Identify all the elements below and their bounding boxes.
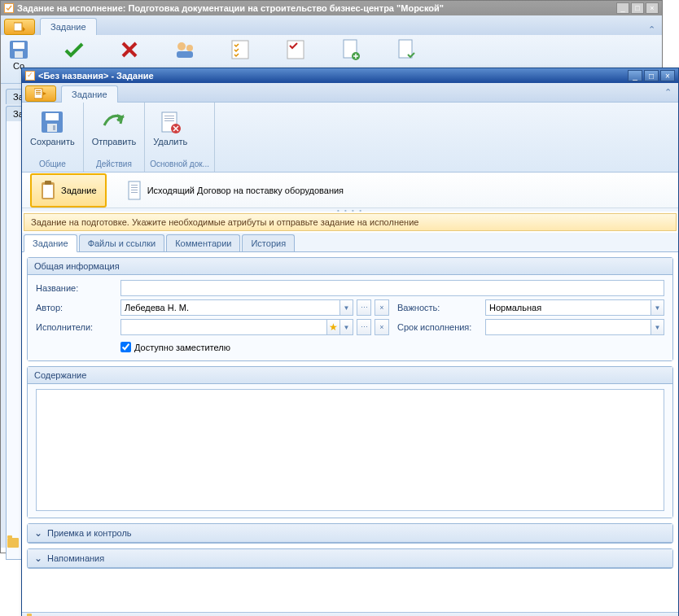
group-acceptance-header[interactable]: ⌄ Приемка и контроль <box>28 524 672 543</box>
group-actions-title: Действия <box>89 158 140 170</box>
content-textarea[interactable] <box>36 389 664 511</box>
fg-app-menu-button[interactable] <box>25 85 56 102</box>
svg-rect-22 <box>164 118 174 119</box>
bg-title: Задание на исполнение: Подготовка докуме… <box>17 3 616 13</box>
inner-tabs: Задание Файлы и ссылки Комментарии Истор… <box>22 233 678 252</box>
fg-minimize-button[interactable]: _ <box>628 70 642 81</box>
task-icon <box>4 3 14 13</box>
importance-combo[interactable]: ▼ <box>485 299 664 316</box>
fg-tab-task[interactable]: Задание <box>61 85 118 103</box>
svg-rect-13 <box>36 90 41 91</box>
save-label: Сохранить <box>30 137 75 146</box>
bg-folder-icon[interactable] <box>7 538 19 548</box>
bg-ribbon-tabs: Задание ⌃ <box>1 15 662 35</box>
fg-close-button[interactable]: × <box>660 70 675 81</box>
tab-history[interactable]: История <box>242 234 295 251</box>
send-button[interactable]: Отправить <box>89 107 140 148</box>
bg-maximize-button[interactable]: □ <box>631 2 644 14</box>
grip-handle[interactable]: • • • • <box>22 208 678 212</box>
executors-star-icon[interactable]: ★ <box>326 320 340 334</box>
svg-rect-31 <box>131 190 138 190</box>
context-bar: Задание Исходящий Договор на поставку об… <box>22 173 678 208</box>
bg-app-menu-button[interactable] <box>4 19 35 35</box>
executors-combo[interactable]: ★ ▼ <box>120 319 353 335</box>
importance-input[interactable] <box>486 300 651 315</box>
svg-point-4 <box>177 42 186 50</box>
send-label: Отправить <box>92 137 137 146</box>
deadline-input[interactable] <box>486 320 651 334</box>
delete-button[interactable]: Удалить <box>150 107 191 148</box>
context-doc-label: Исходящий Договор на поставку оборудован… <box>147 186 344 195</box>
fg-ribbon: Сохранить Общие Отправить Действия <box>22 103 678 173</box>
fg-collapse-ribbon-icon[interactable]: ⌃ <box>664 87 672 98</box>
bg-minimize-button[interactable]: _ <box>616 2 629 14</box>
foreground-window: <Без названия> - Задание _ □ × Задание ⌃… <box>21 68 679 616</box>
group-doc-title: Основной док... <box>150 158 209 170</box>
chevron-down-icon: ⌄ <box>34 553 42 564</box>
deadline-label: Срок исполнения: <box>392 322 482 332</box>
form-area: Общая информация Название: Автор: ▼ ⋯ × … <box>22 252 678 612</box>
svg-rect-14 <box>36 92 41 93</box>
executors-label: Исполнители: <box>36 322 117 332</box>
author-input[interactable] <box>121 300 340 315</box>
ribbon-group-doc: Удалить Основной док... <box>145 103 215 172</box>
deadline-combo[interactable]: ▼ <box>485 319 664 335</box>
bg-tab-task[interactable]: Задание <box>40 18 97 35</box>
svg-point-5 <box>186 45 193 51</box>
checklist-red-icon[interactable] <box>284 38 307 61</box>
svg-rect-30 <box>131 187 138 188</box>
document-icon <box>126 180 142 201</box>
name-label: Название: <box>36 283 117 293</box>
substitute-checkbox[interactable] <box>120 342 131 352</box>
author-combo[interactable]: ▼ <box>120 299 353 316</box>
tab-comments[interactable]: Комментарии <box>166 234 240 251</box>
deadline-dropdown-icon[interactable]: ▼ <box>651 320 664 334</box>
svg-rect-27 <box>45 181 51 185</box>
author-label: Автор: <box>36 303 117 312</box>
task-icon <box>25 71 35 81</box>
doc-add-icon[interactable] <box>340 38 362 61</box>
doc-check-icon[interactable] <box>395 38 418 61</box>
x-red-icon[interactable] <box>118 38 141 61</box>
context-doc-button[interactable]: Исходящий Договор на поставку оборудован… <box>118 175 352 206</box>
executors-dropdown-icon[interactable]: ▼ <box>340 320 353 334</box>
delete-label: Удалить <box>153 137 187 146</box>
importance-dropdown-icon[interactable]: ▼ <box>651 300 664 315</box>
svg-rect-11 <box>399 40 412 58</box>
group-content: Содержание <box>27 366 673 518</box>
tab-files[interactable]: Файлы и ссылки <box>79 234 165 251</box>
save-icon[interactable] <box>7 38 30 61</box>
fg-maximize-button[interactable]: □ <box>644 70 659 81</box>
bg-close-button[interactable]: × <box>646 2 659 14</box>
importance-label: Важность: <box>392 303 482 312</box>
svg-rect-23 <box>164 120 174 121</box>
checklist-icon[interactable] <box>229 38 252 61</box>
author-clear-button[interactable]: × <box>375 299 389 316</box>
group-general-header: Общая информация <box>28 258 672 275</box>
ribbon-group-actions: Отправить Действия <box>84 103 146 172</box>
author-ellipsis-button[interactable]: ⋯ <box>357 299 371 316</box>
svg-rect-18 <box>47 124 57 132</box>
executors-clear-button[interactable]: × <box>375 319 389 335</box>
bg-collapse-ribbon-icon[interactable]: ⌃ <box>648 24 655 35</box>
tab-task[interactable]: Задание <box>24 234 77 252</box>
svg-rect-29 <box>131 185 138 186</box>
clipboard-icon <box>40 180 56 201</box>
svg-rect-8 <box>287 41 304 59</box>
executors-input[interactable] <box>121 320 326 334</box>
group-reminders-header[interactable]: ⌄ Напоминания <box>28 549 672 568</box>
author-dropdown-icon[interactable]: ▼ <box>340 300 353 315</box>
svg-rect-17 <box>46 113 59 120</box>
group-acceptance: ⌄ Приемка и контроль <box>27 523 673 544</box>
name-input[interactable] <box>120 280 664 296</box>
save-button[interactable]: Сохранить <box>27 107 78 148</box>
context-task-label: Задание <box>61 186 97 195</box>
check-green-icon[interactable] <box>63 38 85 61</box>
context-task-button[interactable]: Задание <box>30 173 107 208</box>
users-icon[interactable] <box>173 38 196 61</box>
group-content-header: Содержание <box>28 367 672 384</box>
fg-ribbon-tabs: Задание ⌃ <box>22 83 678 103</box>
svg-rect-21 <box>164 116 174 116</box>
executors-ellipsis-button[interactable]: ⋯ <box>357 319 371 335</box>
group-reminders: ⌄ Напоминания <box>27 548 673 569</box>
